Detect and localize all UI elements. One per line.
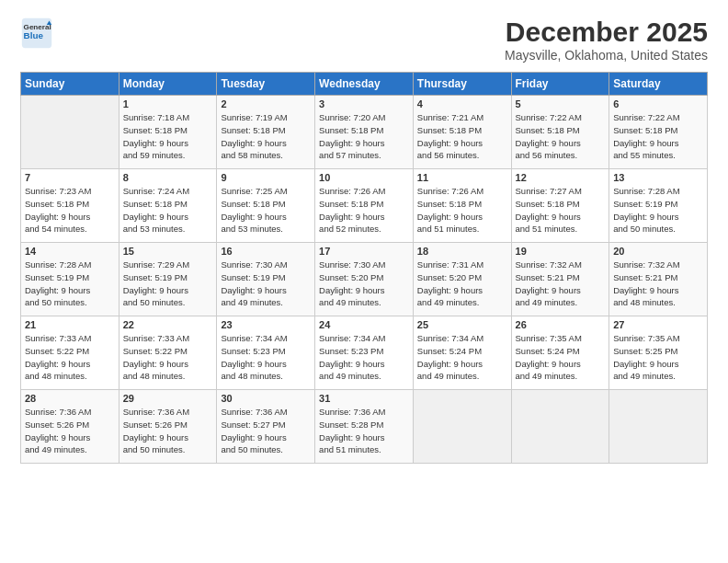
- weekday-header-row: SundayMondayTuesdayWednesdayThursdayFrid…: [21, 73, 708, 96]
- calendar-cell: 21Sunrise: 7:33 AMSunset: 5:22 PMDayligh…: [21, 316, 119, 390]
- calendar-cell: 8Sunrise: 7:24 AMSunset: 5:18 PMDaylight…: [119, 169, 217, 243]
- cell-content: Sunrise: 7:26 AMSunset: 5:18 PMDaylight:…: [417, 185, 507, 236]
- calendar-cell: 25Sunrise: 7:34 AMSunset: 5:24 PMDayligh…: [413, 316, 511, 390]
- day-number: 30: [221, 393, 311, 404]
- page: General Blue December 2025 Maysville, Ok…: [0, 0, 728, 563]
- cell-content: Sunrise: 7:28 AMSunset: 5:19 PMDaylight:…: [25, 259, 115, 309]
- cell-content: Sunrise: 7:29 AMSunset: 5:19 PMDaylight:…: [123, 259, 213, 309]
- day-number: 8: [123, 172, 213, 183]
- calendar-subtitle: Maysville, Oklahoma, United States: [505, 48, 708, 63]
- calendar-cell: 28Sunrise: 7:36 AMSunset: 5:26 PMDayligh…: [21, 390, 119, 464]
- day-number: 10: [319, 172, 409, 183]
- day-number: 21: [25, 319, 115, 330]
- day-number: 26: [516, 319, 606, 330]
- day-number: 31: [319, 393, 409, 404]
- week-row-5: 28Sunrise: 7:36 AMSunset: 5:26 PMDayligh…: [21, 390, 708, 464]
- logo: General Blue: [20, 17, 53, 50]
- calendar-cell: [21, 96, 119, 169]
- weekday-header-monday: Monday: [119, 73, 217, 96]
- calendar-cell: 9Sunrise: 7:25 AMSunset: 5:18 PMDaylight…: [217, 169, 315, 243]
- day-number: 2: [221, 98, 311, 109]
- calendar-cell: 23Sunrise: 7:34 AMSunset: 5:23 PMDayligh…: [217, 316, 315, 390]
- calendar-cell: 5Sunrise: 7:22 AMSunset: 5:18 PMDaylight…: [511, 96, 609, 169]
- week-row-2: 7Sunrise: 7:23 AMSunset: 5:18 PMDaylight…: [21, 169, 708, 243]
- day-number: 24: [319, 319, 409, 330]
- cell-content: Sunrise: 7:32 AMSunset: 5:21 PMDaylight:…: [516, 259, 606, 309]
- calendar-cell: 3Sunrise: 7:20 AMSunset: 5:18 PMDaylight…: [315, 96, 414, 169]
- day-number: 23: [221, 319, 311, 330]
- cell-content: Sunrise: 7:36 AMSunset: 5:27 PMDaylight:…: [221, 406, 311, 456]
- title-block: December 2025 Maysville, Oklahoma, Unite…: [505, 17, 708, 63]
- calendar-cell: 18Sunrise: 7:31 AMSunset: 5:20 PMDayligh…: [413, 243, 511, 316]
- day-number: 7: [25, 172, 115, 183]
- cell-content: Sunrise: 7:23 AMSunset: 5:18 PMDaylight:…: [25, 185, 115, 236]
- cell-content: Sunrise: 7:27 AMSunset: 5:18 PMDaylight:…: [516, 185, 606, 236]
- cell-content: Sunrise: 7:21 AMSunset: 5:18 PMDaylight:…: [417, 111, 507, 162]
- calendar-cell: 26Sunrise: 7:35 AMSunset: 5:24 PMDayligh…: [511, 316, 609, 390]
- calendar-cell: 17Sunrise: 7:30 AMSunset: 5:20 PMDayligh…: [315, 243, 414, 316]
- cell-content: Sunrise: 7:22 AMSunset: 5:18 PMDaylight:…: [613, 111, 703, 162]
- day-number: 13: [613, 172, 703, 183]
- calendar-cell: 16Sunrise: 7:30 AMSunset: 5:19 PMDayligh…: [217, 243, 315, 316]
- calendar-cell: 4Sunrise: 7:21 AMSunset: 5:18 PMDaylight…: [413, 96, 511, 169]
- calendar-cell: 11Sunrise: 7:26 AMSunset: 5:18 PMDayligh…: [413, 169, 511, 243]
- calendar-cell: [609, 390, 708, 464]
- day-number: 25: [417, 319, 507, 330]
- calendar-cell: 29Sunrise: 7:36 AMSunset: 5:26 PMDayligh…: [119, 390, 217, 464]
- calendar-cell: 13Sunrise: 7:28 AMSunset: 5:19 PMDayligh…: [609, 169, 708, 243]
- calendar-cell: 2Sunrise: 7:19 AMSunset: 5:18 PMDaylight…: [217, 96, 315, 169]
- week-row-4: 21Sunrise: 7:33 AMSunset: 5:22 PMDayligh…: [21, 316, 708, 390]
- cell-content: Sunrise: 7:28 AMSunset: 5:19 PMDaylight:…: [613, 185, 703, 236]
- day-number: 20: [613, 246, 703, 257]
- weekday-header-friday: Friday: [511, 73, 609, 96]
- calendar-cell: 6Sunrise: 7:22 AMSunset: 5:18 PMDaylight…: [609, 96, 708, 169]
- day-number: 17: [319, 246, 409, 257]
- cell-content: Sunrise: 7:24 AMSunset: 5:18 PMDaylight:…: [123, 185, 213, 236]
- day-number: 6: [613, 98, 703, 109]
- day-number: 9: [221, 172, 311, 183]
- cell-content: Sunrise: 7:34 AMSunset: 5:24 PMDaylight:…: [417, 332, 507, 383]
- calendar-cell: 19Sunrise: 7:32 AMSunset: 5:21 PMDayligh…: [511, 243, 609, 316]
- calendar-table: SundayMondayTuesdayWednesdayThursdayFrid…: [20, 72, 708, 464]
- calendar-cell: 20Sunrise: 7:32 AMSunset: 5:21 PMDayligh…: [609, 243, 708, 316]
- calendar-cell: [413, 390, 511, 464]
- day-number: 22: [123, 319, 213, 330]
- cell-content: Sunrise: 7:33 AMSunset: 5:22 PMDaylight:…: [25, 332, 115, 383]
- cell-content: Sunrise: 7:18 AMSunset: 5:18 PMDaylight:…: [123, 111, 213, 162]
- cell-content: Sunrise: 7:20 AMSunset: 5:18 PMDaylight:…: [319, 111, 409, 162]
- cell-content: Sunrise: 7:19 AMSunset: 5:18 PMDaylight:…: [221, 111, 311, 162]
- calendar-cell: 14Sunrise: 7:28 AMSunset: 5:19 PMDayligh…: [21, 243, 119, 316]
- calendar-cell: 22Sunrise: 7:33 AMSunset: 5:22 PMDayligh…: [119, 316, 217, 390]
- cell-content: Sunrise: 7:35 AMSunset: 5:25 PMDaylight:…: [613, 332, 703, 383]
- day-number: 14: [25, 246, 115, 257]
- day-number: 27: [613, 319, 703, 330]
- week-row-1: 1Sunrise: 7:18 AMSunset: 5:18 PMDaylight…: [21, 96, 708, 169]
- cell-content: Sunrise: 7:22 AMSunset: 5:18 PMDaylight:…: [516, 111, 606, 162]
- cell-content: Sunrise: 7:35 AMSunset: 5:24 PMDaylight:…: [516, 332, 606, 383]
- calendar-cell: 27Sunrise: 7:35 AMSunset: 5:25 PMDayligh…: [609, 316, 708, 390]
- calendar-cell: 7Sunrise: 7:23 AMSunset: 5:18 PMDaylight…: [21, 169, 119, 243]
- calendar-title: December 2025: [505, 17, 708, 48]
- calendar-cell: 30Sunrise: 7:36 AMSunset: 5:27 PMDayligh…: [217, 390, 315, 464]
- calendar-cell: 12Sunrise: 7:27 AMSunset: 5:18 PMDayligh…: [511, 169, 609, 243]
- svg-text:Blue: Blue: [24, 30, 44, 40]
- header: General Blue December 2025 Maysville, Ok…: [20, 17, 708, 63]
- cell-content: Sunrise: 7:36 AMSunset: 5:26 PMDaylight:…: [25, 406, 115, 456]
- cell-content: Sunrise: 7:25 AMSunset: 5:18 PMDaylight:…: [221, 185, 311, 236]
- cell-content: Sunrise: 7:36 AMSunset: 5:28 PMDaylight:…: [319, 406, 409, 456]
- weekday-header-wednesday: Wednesday: [315, 73, 414, 96]
- day-number: 1: [123, 98, 213, 109]
- calendar-cell: 31Sunrise: 7:36 AMSunset: 5:28 PMDayligh…: [315, 390, 414, 464]
- cell-content: Sunrise: 7:31 AMSunset: 5:20 PMDaylight:…: [417, 259, 507, 309]
- day-number: 29: [123, 393, 213, 404]
- calendar-cell: 10Sunrise: 7:26 AMSunset: 5:18 PMDayligh…: [315, 169, 414, 243]
- cell-content: Sunrise: 7:30 AMSunset: 5:20 PMDaylight:…: [319, 259, 409, 309]
- logo-icon: General Blue: [20, 17, 53, 50]
- week-row-3: 14Sunrise: 7:28 AMSunset: 5:19 PMDayligh…: [21, 243, 708, 316]
- day-number: 16: [221, 246, 311, 257]
- cell-content: Sunrise: 7:30 AMSunset: 5:19 PMDaylight:…: [221, 259, 311, 309]
- cell-content: Sunrise: 7:34 AMSunset: 5:23 PMDaylight:…: [319, 332, 409, 383]
- calendar-cell: [511, 390, 609, 464]
- cell-content: Sunrise: 7:26 AMSunset: 5:18 PMDaylight:…: [319, 185, 409, 236]
- day-number: 4: [417, 98, 507, 109]
